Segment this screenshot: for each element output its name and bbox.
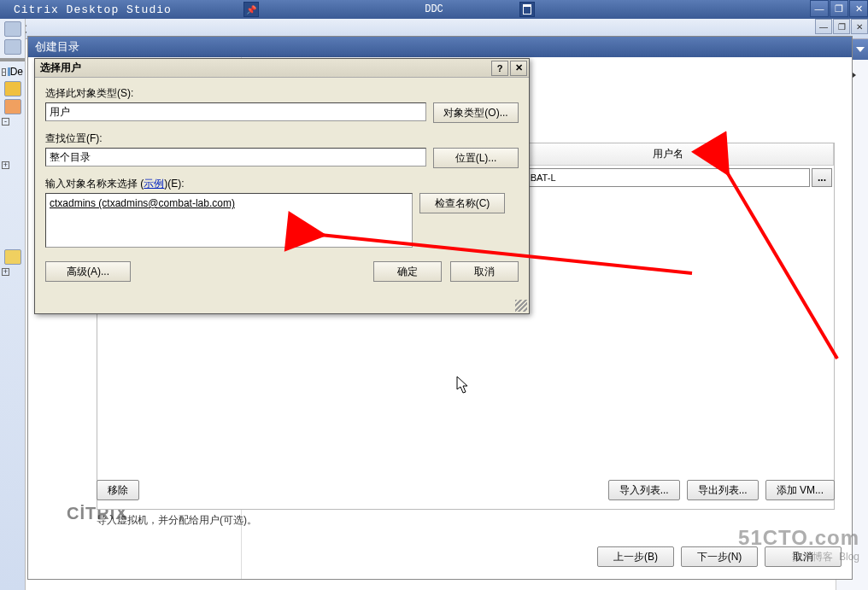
- location-label: 查找位置(F):: [45, 131, 519, 146]
- object-names-value: ctxadmins (ctxadmins@combat-lab.com): [50, 197, 235, 209]
- titlebar-box-icon[interactable]: [519, 2, 535, 17]
- window-buttons: — ❐ ✕: [809, 0, 868, 19]
- import-list-button[interactable]: 导入列表...: [608, 480, 680, 500]
- location-button[interactable]: 位置(L)...: [433, 148, 519, 168]
- location-field[interactable]: 整个目录: [45, 148, 426, 166]
- strip-icon[interactable]: [4, 99, 21, 114]
- next-button[interactable]: 下一步(N): [681, 546, 758, 567]
- wizard-nav-buttons: 上一步(B) 下一步(N) 取消: [597, 546, 842, 567]
- tree-node[interactable]: -De: [0, 65, 25, 79]
- remove-button[interactable]: 移除: [97, 480, 139, 500]
- inner-restore-button[interactable]: ❐: [833, 19, 850, 34]
- inner-close-button[interactable]: ✕: [851, 19, 868, 34]
- user-browse-button[interactable]: ...: [812, 168, 832, 187]
- select-user-body: 选择此对象类型(S): 用户 对象类型(O)... 查找位置(F): 整个目录 …: [35, 78, 529, 290]
- col-user[interactable]: 用户名: [502, 143, 834, 165]
- left-strip: -De - + +: [0, 19, 26, 590]
- dialog-close-button[interactable]: ✕: [510, 61, 527, 76]
- restore-button[interactable]: ❐: [830, 0, 848, 17]
- prev-button[interactable]: 上一步(B): [597, 546, 674, 567]
- strip-icon[interactable]: [4, 249, 21, 265]
- tree-node[interactable]: +: [0, 267, 25, 277]
- inner-minimize-button[interactable]: —: [815, 19, 832, 34]
- select-user-title[interactable]: 选择用户 ? ✕: [35, 59, 529, 78]
- user-value[interactable]: COMBAT-L: [504, 168, 810, 187]
- names-label: 输入对象名称来选择 (示例)(E):: [45, 177, 519, 191]
- advanced-button[interactable]: 高级(A)...: [45, 261, 131, 282]
- strip-splitter: [0, 58, 25, 61]
- add-vm-button[interactable]: 添加 VM...: [765, 480, 835, 500]
- wizard-cancel-button[interactable]: 取消: [765, 546, 842, 567]
- tree-node[interactable]: -: [0, 117, 25, 126]
- strip-icon[interactable]: [4, 81, 21, 96]
- ok-button[interactable]: 确定: [373, 261, 442, 282]
- export-list-button[interactable]: 导出列表...: [687, 480, 759, 500]
- names-label-pre: 输入对象名称来选择 (: [45, 178, 144, 190]
- pin-icon[interactable]: 📌: [243, 2, 259, 17]
- tree-node[interactable]: +: [0, 161, 25, 170]
- select-user-dialog: 选择用户 ? ✕ 选择此对象类型(S): 用户 对象类型(O)... 查找位置(…: [34, 58, 530, 314]
- resize-grip[interactable]: [515, 300, 527, 312]
- example-link[interactable]: 示例: [144, 178, 164, 190]
- object-type-field[interactable]: 用户: [45, 102, 426, 121]
- close-button[interactable]: ✕: [849, 0, 868, 17]
- wizard-title: 创建目录: [28, 37, 852, 57]
- minimize-button[interactable]: —: [810, 0, 829, 17]
- object-type-button[interactable]: 对象类型(O)...: [433, 102, 519, 123]
- object-names-textarea[interactable]: ctxadmins (ctxadmins@combat-lab.com): [45, 193, 413, 248]
- names-label-post: )(E):: [164, 178, 184, 190]
- strip-icon[interactable]: [4, 39, 21, 55]
- inner-window-buttons: — ❐ ✕: [814, 19, 868, 34]
- grid-button-row: 移除 导入列表... 导出列表... 添加 VM...: [97, 480, 835, 500]
- select-user-title-text: 选择用户: [40, 61, 81, 75]
- cancel-button[interactable]: 取消: [450, 261, 519, 282]
- titlebar-center: DDC: [425, 3, 443, 15]
- strip-icon[interactable]: [4, 21, 21, 37]
- window-titlebar: Citrix Desktop Studio 📌 DDC — ❐ ✕: [0, 0, 868, 19]
- wizard-hint: 导入虚拟机，并分配给用户(可选)。: [97, 513, 257, 528]
- object-type-label: 选择此对象类型(S):: [45, 86, 519, 101]
- help-button[interactable]: ?: [491, 61, 508, 76]
- app-title: Citrix Desktop Studio: [0, 3, 172, 16]
- tree-node-label: De: [10, 66, 23, 78]
- chevron-down-icon: [856, 47, 865, 52]
- select-user-bottom: 高级(A)... 确定 取消: [45, 261, 519, 282]
- check-names-button[interactable]: 检查名称(C): [419, 193, 505, 213]
